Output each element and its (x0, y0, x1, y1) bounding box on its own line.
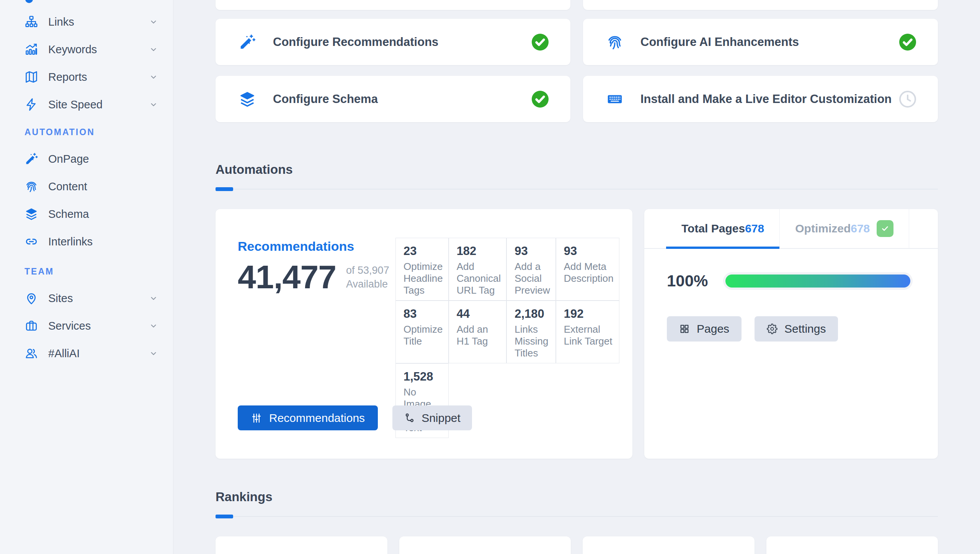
checklist-card-configure-recommendations[interactable]: Configure Recommendations (216, 19, 570, 65)
briefcase-icon (24, 319, 38, 333)
chevron-down-icon (149, 100, 158, 109)
stat-cell: 2,180 Links Missing Titles (506, 301, 555, 363)
checklist-card-title: Configure Schema (273, 92, 531, 106)
sidebar-item-interlinks[interactable]: Interlinks (0, 228, 173, 255)
setup-checklist: Configure Recommendations Configure AI E… (216, 19, 938, 122)
checklist-card-title: Install and Make a Live Editor Customiza… (640, 92, 898, 106)
sidebar-item-label: Content (48, 180, 158, 193)
clock-icon (898, 90, 917, 108)
tab-count: 678 (745, 222, 764, 235)
stat-value: 2,180 (514, 307, 550, 321)
section-divider (216, 515, 938, 518)
optimized-check-badge (877, 220, 893, 237)
check-icon (881, 224, 889, 233)
ranking-card-top100: TOP 100 (766, 536, 938, 554)
sidebar-item-sites[interactable]: Sites (0, 284, 173, 312)
sidebar-item-site-speed[interactable]: Site Speed (0, 91, 173, 118)
pages-button[interactable]: Pages (667, 316, 742, 342)
gear-icon (767, 324, 777, 334)
partial-sidebar-icon (25, 0, 33, 3)
stat-cell: 23 Optimize Headline Tags (395, 238, 449, 301)
partial-card (583, 0, 938, 10)
sidebar-item-content[interactable]: Content (0, 173, 173, 200)
ranking-card-top25: TOP 25 (583, 536, 755, 554)
tab-optimized[interactable]: Optimized678 (780, 209, 909, 248)
snippet-button[interactable]: Snippet (392, 405, 472, 430)
rankings-heading: Rankings (216, 489, 938, 505)
sidebar-item-label: Links (48, 16, 149, 28)
ranking-card-top10: TOP 10 (399, 536, 571, 554)
chevron-down-icon (149, 45, 158, 54)
sidebar-section-automation: AUTOMATION (0, 127, 173, 137)
sidebar-item-label: Interlinks (48, 235, 158, 248)
stat-value: 23 (403, 244, 443, 258)
status-badge (898, 90, 917, 108)
snippet-button-label: Snippet (421, 412, 461, 425)
fingerprint-icon (606, 33, 624, 51)
recommendations-available: of 53,907 Available (346, 263, 389, 291)
stat-label: External Link Target (564, 324, 614, 347)
chevron-down-icon (149, 18, 158, 26)
optimized-percent: 100% (667, 272, 708, 290)
partial-card (216, 0, 570, 10)
stat-cell: 182 Add Canonical URL Tag (449, 238, 507, 301)
tab-count: 678 (851, 222, 870, 235)
sidebar-item-label: Sites (48, 292, 149, 305)
checklist-card-configure-ai-enhancements[interactable]: Configure AI Enhancements (583, 19, 938, 65)
recommendations-count: 41,477 (238, 258, 336, 296)
magic-wand-icon (24, 152, 38, 166)
layers-icon (24, 207, 38, 221)
check-circle-icon (898, 33, 917, 51)
sitemap-icon (24, 15, 38, 29)
chevron-down-icon (149, 73, 158, 81)
checklist-card-configure-schema[interactable]: Configure Schema (216, 76, 570, 122)
layers-icon (238, 90, 256, 108)
sidebar-item-alliai[interactable]: #AlliAI (0, 340, 173, 367)
checklist-card-title: Configure Recommendations (273, 35, 531, 49)
automations-heading: Automations (216, 162, 938, 177)
check-circle-icon (531, 33, 549, 51)
sidebar-item-schema[interactable]: Schema (0, 200, 173, 228)
users-icon (24, 346, 38, 360)
checklist-card-live-editor[interactable]: Install and Make a Live Editor Customiza… (583, 76, 938, 122)
section-divider (216, 187, 938, 191)
keyboard-icon (606, 90, 624, 108)
sidebar-item-keywords[interactable]: Keywords (0, 36, 173, 63)
settings-button[interactable]: Settings (755, 316, 838, 342)
sidebar-item-services[interactable]: Services (0, 312, 173, 340)
stat-cell: 93 Add a Social Preview (506, 238, 555, 301)
lightning-icon (24, 98, 38, 111)
sidebar-item-links[interactable]: Links (0, 8, 173, 36)
sidebar-item-reports[interactable]: Reports (0, 63, 173, 91)
ranking-card-top5: TOP 5 (216, 536, 387, 554)
sidebar-item-label: Site Speed (48, 98, 149, 111)
stat-cell: 93 Add Meta Description (556, 238, 619, 301)
pages-panel-tabs: Total Pages678 Optimized678 (644, 209, 938, 249)
fingerprint-icon (24, 180, 38, 193)
tab-label: Optimized (795, 222, 851, 235)
chevron-down-icon (149, 322, 158, 330)
recommendations-card: Recommendations 41,477 of 53,907 Availab… (216, 209, 632, 459)
recommendations-button-label: Recommendations (269, 412, 365, 425)
recommendations-button[interactable]: Recommendations (238, 405, 378, 430)
sidebar: Links Keywords Reports Site Speed AUTOMA… (0, 0, 173, 554)
map-pin-icon (24, 291, 38, 305)
status-badge (531, 33, 549, 51)
sidebar-item-label: Services (48, 320, 149, 332)
stat-cell: 44 Add an H1 Tag (449, 301, 507, 363)
tab-total-pages[interactable]: Total Pages678 (666, 209, 780, 248)
stat-value: 93 (514, 244, 550, 258)
sidebar-item-label: Schema (48, 208, 158, 221)
sidebar-item-label: Keywords (48, 43, 149, 56)
sidebar-item-onpage[interactable]: OnPage (0, 145, 173, 173)
status-badge (898, 33, 917, 51)
stat-label: Links Missing Titles (514, 324, 550, 359)
sidebar-item-label: OnPage (48, 153, 158, 165)
pages-button-label: Pages (697, 322, 729, 335)
recommendations-title: Recommendations (238, 239, 354, 254)
grid-icon (679, 324, 690, 334)
snippet-path-icon (404, 412, 415, 424)
pages-panel-card: Total Pages678 Optimized678 100% (644, 209, 938, 459)
chevron-down-icon (149, 294, 158, 302)
status-badge (531, 90, 549, 108)
